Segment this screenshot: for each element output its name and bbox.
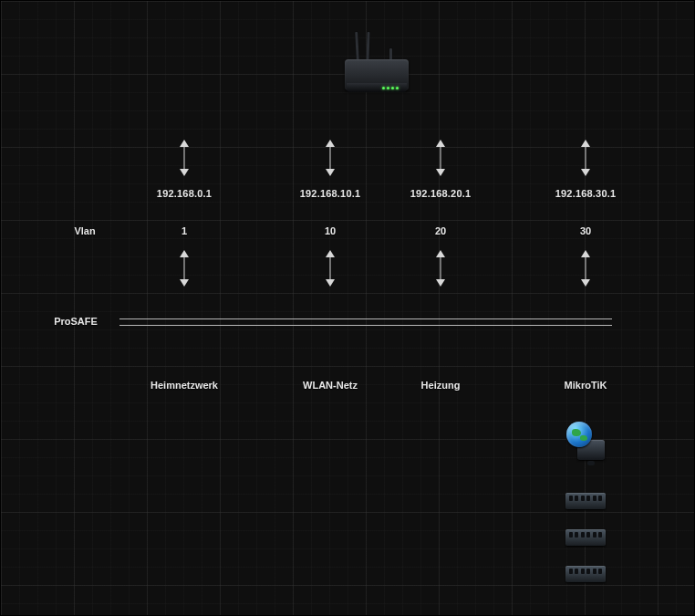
vlan-id-1: 10 <box>325 225 336 236</box>
network-diagram-canvas: Vlan ProSAFE 192.168.0.11Heimnetzwerk192… <box>0 0 695 616</box>
link-arrow-upper-3 <box>579 140 592 176</box>
link-arrow-upper-0 <box>178 140 191 176</box>
link-arrow-lower-3 <box>579 250 592 287</box>
network-name-1: WLAN-Netz <box>303 380 358 391</box>
network-name-2: Heizung <box>421 380 461 391</box>
vlan-row-title: Vlan <box>74 225 95 236</box>
vlan-id-0: 1 <box>182 225 187 236</box>
link-arrow-upper-1 <box>324 140 337 176</box>
link-arrow-lower-2 <box>434 250 447 287</box>
network-name-3: MikroTiK <box>565 380 607 391</box>
router-icon <box>336 37 418 92</box>
ip-label-3: 192.168.30.1 <box>555 188 617 199</box>
network-name-0: Heimnetzwerk <box>150 380 218 391</box>
globe-pc-icon <box>565 420 607 462</box>
vlan-id-3: 30 <box>580 225 591 236</box>
ip-label-2: 192.168.20.1 <box>410 188 472 199</box>
switch-bar <box>119 318 612 326</box>
mini-switch-icon-1 <box>565 529 606 546</box>
ip-label-1: 192.168.10.1 <box>300 188 361 199</box>
ip-label-0: 192.168.0.1 <box>157 188 212 199</box>
mini-switch-icon-2 <box>565 566 606 582</box>
link-arrow-upper-2 <box>434 140 447 176</box>
link-arrow-lower-0 <box>178 250 191 287</box>
vlan-id-2: 20 <box>435 225 446 236</box>
link-arrow-lower-1 <box>324 250 337 287</box>
mini-switch-icon-0 <box>565 493 606 509</box>
switch-label: ProSAFE <box>54 316 98 327</box>
